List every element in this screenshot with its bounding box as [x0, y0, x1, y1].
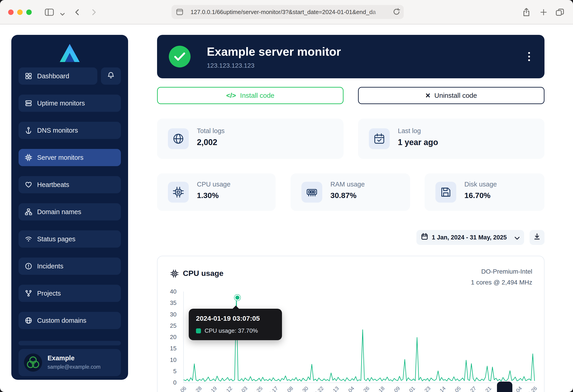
- server-meta: DO-Premium-Intel 1 cores @ 2,494 MHz: [471, 266, 532, 288]
- page-icon: [176, 9, 183, 17]
- globe-icon: [25, 317, 32, 324]
- export-download-button[interactable]: [530, 230, 544, 245]
- sidebar-item-server-monitors[interactable]: Server monitors: [18, 149, 121, 166]
- stat-label: Last log: [398, 127, 421, 135]
- install-code-button[interactable]: </> Install code: [157, 87, 343, 104]
- url-fade: [369, 5, 390, 18]
- sidebar-item-status-pages[interactable]: Status pages: [18, 231, 121, 248]
- calendar-icon: [421, 233, 428, 242]
- share-icon[interactable]: [521, 7, 531, 17]
- date-range-label: 1 Jan, 2024 - 31 May, 2025: [432, 234, 511, 241]
- minimize-window-button[interactable]: [17, 10, 23, 15]
- stat-value: 1.30%: [197, 191, 219, 200]
- sidebar-toggle-icon[interactable]: [44, 7, 54, 17]
- stat-value: 30.87%: [330, 191, 357, 200]
- y-tick-label: 15: [170, 344, 177, 352]
- sidebar-item-domain-names[interactable]: Domain names: [18, 203, 121, 220]
- sidebar-item-dashboard[interactable]: Dashboard: [18, 68, 97, 85]
- globe-icon: [168, 128, 189, 149]
- sidebar-item-incidents[interactable]: Incidents: [18, 258, 121, 275]
- cpu-icon: [168, 182, 189, 203]
- uninstall-code-button[interactable]: × Uninstall code: [358, 87, 544, 104]
- y-tick-label: 25: [170, 321, 177, 330]
- new-tab-icon[interactable]: [538, 7, 549, 17]
- server-spec: 1 cores @ 2,494 MHz: [471, 277, 532, 288]
- browser-window: 127.0.0.1/66uptime/server-monitor/3?&sta…: [0, 0, 573, 392]
- server-name: DO-Premium-Intel: [471, 266, 532, 277]
- tooltip-caret: [232, 305, 239, 309]
- sidebar-item-uptime-monitors[interactable]: Uptime monitors: [18, 95, 121, 112]
- user-menu[interactable]: Example sample@example.com: [18, 349, 121, 376]
- grid-icon: [25, 72, 32, 80]
- cpu-icon: [170, 269, 179, 280]
- uninstall-code-label: Uninstall code: [434, 92, 477, 99]
- page-title: Example server monitor: [207, 45, 341, 58]
- kebab-menu-icon[interactable]: [525, 50, 534, 63]
- bell-icon: [107, 71, 114, 81]
- disk-usage-card: Disk usage 16.70%: [425, 173, 544, 211]
- browser-toolbar: 127.0.0.1/66uptime/server-monitor/3?&sta…: [0, 0, 573, 24]
- tooltip-timestamp: 2024-01-19 03:07:05: [196, 315, 275, 322]
- cpu-usage-card: CPU usage 1.30%: [157, 173, 276, 211]
- sidebar-item-projects[interactable]: Projects: [18, 285, 121, 302]
- notifications-button[interactable]: [101, 68, 121, 85]
- sidebar-nav: Dashboard Uptime monitors DNS moni: [18, 68, 121, 329]
- heart-icon: [25, 181, 32, 188]
- sidebar-item-label: Status pages: [37, 235, 75, 243]
- reload-icon[interactable]: [393, 8, 401, 18]
- download-icon: [533, 233, 541, 242]
- y-tick-label: 20: [170, 333, 177, 341]
- address-bar[interactable]: 127.0.0.1/66uptime/server-monitor/3?&sta…: [172, 5, 404, 19]
- stat-value: 2,002: [197, 138, 217, 147]
- stat-label: CPU usage: [197, 181, 230, 188]
- highlighted-point: [234, 295, 240, 301]
- sidebar: Dashboard Uptime monitors DNS moni: [11, 35, 128, 380]
- date-range-picker[interactable]: 1 Jan, 2024 - 31 May, 2025: [416, 230, 524, 245]
- y-axis: 0510152025303540: [158, 291, 180, 382]
- forward-button[interactable]: [89, 7, 99, 17]
- sidebar-item-label: DNS monitors: [37, 127, 78, 134]
- chevron-down-icon: [515, 233, 519, 242]
- sidebar-item-label: Projects: [37, 290, 61, 297]
- server-ip: 123.123.123.123: [207, 62, 254, 69]
- user-email: sample@example.com: [48, 364, 101, 370]
- sidebar-item-dns-monitors[interactable]: DNS monitors: [18, 122, 121, 139]
- floating-button[interactable]: [497, 382, 512, 392]
- y-tick-label: 40: [170, 287, 177, 296]
- ram-icon: [302, 182, 322, 203]
- sidebar-item-custom-domains[interactable]: Custom domains: [18, 312, 121, 329]
- zoom-window-button[interactable]: [26, 10, 32, 15]
- x-axis: 2024-01-062024-01-282024-02-192024-03-12…: [183, 384, 534, 392]
- avatar: [24, 354, 42, 372]
- install-code-label: Install code: [240, 92, 274, 99]
- sidebar-item-label: Uptime monitors: [37, 100, 85, 107]
- url-text: 127.0.0.1/66uptime/server-monitor/3?&sta…: [191, 5, 388, 19]
- user-name: Example: [48, 355, 74, 362]
- code-icon: </>: [226, 92, 236, 99]
- last-log-card: Last log 1 year ago: [358, 119, 544, 159]
- branch-icon: [25, 290, 32, 297]
- tooltip-value: CPU usage: 37.70%: [205, 327, 258, 334]
- sidebar-item-label: Dashboard: [37, 72, 69, 80]
- close-window-button[interactable]: [8, 10, 14, 15]
- alert-icon: [25, 263, 32, 270]
- sidebar-item-heartbeats[interactable]: Heartbeats: [18, 176, 121, 193]
- sidebar-item-partial[interactable]: [18, 341, 121, 345]
- chevron-down-icon[interactable]: [57, 10, 68, 19]
- monitor-rows-icon: [25, 100, 32, 107]
- tab-overview-icon[interactable]: [555, 7, 565, 17]
- stat-label: RAM usage: [330, 181, 365, 188]
- monitor-header-card: Example server monitor 123.123.123.123: [157, 35, 544, 78]
- back-button[interactable]: [72, 7, 82, 17]
- calendar-check-icon: [369, 128, 390, 149]
- y-tick-label: 35: [170, 299, 177, 307]
- app-logo: [57, 42, 82, 65]
- y-tick-label: 5: [173, 367, 177, 375]
- close-icon: ×: [426, 91, 430, 100]
- y-tick-label: 10: [170, 356, 177, 364]
- sidebar-item-label: Heartbeats: [37, 181, 69, 189]
- chip-icon: [25, 154, 32, 161]
- stat-label: Total logs: [197, 127, 225, 135]
- sitemap-icon: [25, 208, 32, 215]
- chart-title: CPU usage: [183, 269, 224, 278]
